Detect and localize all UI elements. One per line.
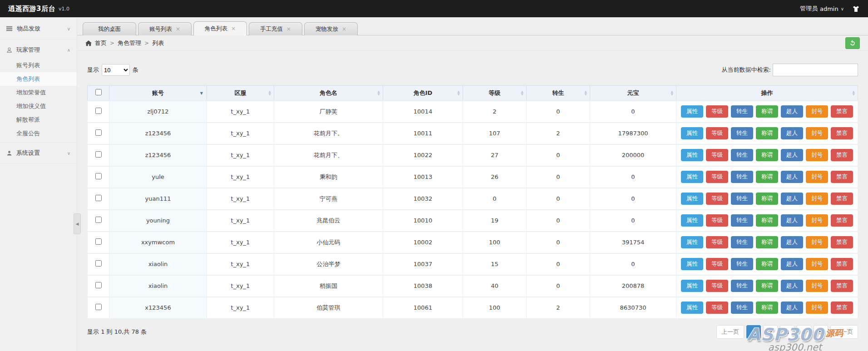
action-button-superman[interactable]: 超人 — [781, 149, 803, 161]
tab-账号列表[interactable]: 账号列表× — [138, 22, 192, 35]
row-checkbox[interactable] — [95, 217, 102, 223]
action-button-rebirth[interactable]: 转生 — [731, 214, 753, 227]
action-button-title[interactable]: 称谓 — [756, 236, 778, 248]
action-button-attr[interactable]: 属性 — [681, 171, 703, 183]
page-button-2[interactable]: 2 — [763, 325, 778, 339]
action-button-ban[interactable]: 封号 — [806, 149, 828, 161]
row-checkbox[interactable] — [95, 195, 102, 201]
action-button-mute[interactable]: 禁言 — [831, 105, 853, 118]
action-button-title[interactable]: 称谓 — [756, 302, 778, 314]
action-button-level[interactable]: 等级 — [706, 171, 728, 183]
sort-icon[interactable]: ▲▼ — [521, 90, 523, 96]
action-button-level[interactable]: 等级 — [706, 236, 728, 248]
action-button-mute[interactable]: 禁言 — [831, 214, 853, 227]
action-button-mute[interactable]: 禁言 — [831, 258, 853, 270]
action-button-attr[interactable]: 属性 — [681, 149, 703, 161]
sidebar-item-角色列表[interactable]: 角色列表 — [0, 72, 77, 86]
action-button-attr[interactable]: 属性 — [681, 127, 703, 139]
sort-icon[interactable]: ▲▼ — [458, 90, 460, 96]
action-button-attr[interactable]: 属性 — [681, 258, 703, 270]
action-button-superman[interactable]: 超人 — [781, 193, 803, 205]
refresh-button[interactable] — [845, 37, 860, 49]
col-header-role_id[interactable]: 角色ID▲▼ — [383, 86, 463, 101]
col-header-name[interactable]: 角色名▲▼ — [274, 86, 383, 101]
action-button-superman[interactable]: 超人 — [781, 171, 803, 183]
col-header-level[interactable]: 等级▲▼ — [463, 86, 527, 101]
row-checkbox[interactable] — [95, 282, 102, 288]
action-button-superman[interactable]: 超人 — [781, 302, 803, 314]
action-button-level[interactable]: 等级 — [706, 258, 728, 270]
row-checkbox[interactable] — [95, 260, 102, 267]
action-button-attr[interactable]: 属性 — [681, 105, 703, 118]
action-button-level[interactable]: 等级 — [706, 105, 728, 118]
close-icon[interactable]: × — [286, 26, 291, 32]
action-button-attr[interactable]: 属性 — [681, 214, 703, 227]
sidebar-item-全服公告[interactable]: 全服公告 — [0, 127, 77, 140]
action-button-mute[interactable]: 禁言 — [831, 302, 853, 314]
action-button-level[interactable]: 等级 — [706, 302, 728, 314]
action-button-ban[interactable]: 封号 — [806, 280, 828, 292]
action-button-superman[interactable]: 超人 — [781, 280, 803, 292]
page-button-4[interactable]: 4 — [797, 325, 811, 339]
col-header-account[interactable]: 账号▼ — [109, 86, 207, 101]
action-button-attr[interactable]: 属性 — [681, 236, 703, 248]
sidebar-item-解散帮派[interactable]: 解散帮派 — [0, 113, 77, 127]
breadcrumb-item-1[interactable]: 首页 — [95, 39, 107, 47]
action-button-title[interactable]: 称谓 — [756, 258, 778, 270]
col-header-yuanbao[interactable]: 元宝▲▼ — [590, 86, 676, 101]
close-icon[interactable]: × — [176, 26, 180, 32]
sidebar-section-2[interactable]: 玩家管理∧ — [0, 41, 77, 59]
sidebar-section-3[interactable]: 系统设置∨ — [0, 144, 77, 162]
action-button-ban[interactable]: 封号 — [806, 258, 828, 270]
sidebar-item-账号列表[interactable]: 账号列表 — [0, 59, 77, 72]
action-button-ban[interactable]: 封号 — [806, 236, 828, 248]
sidebar-collapse-handle[interactable]: ◀ — [74, 213, 81, 234]
sidebar-item-增加荣誉值[interactable]: 增加荣誉值 — [0, 86, 77, 99]
tab-角色列表[interactable]: 角色列表× — [193, 21, 247, 35]
sort-icon[interactable]: ▲▼ — [671, 90, 673, 96]
action-button-rebirth[interactable]: 转生 — [731, 149, 753, 161]
action-button-rebirth[interactable]: 转生 — [731, 171, 753, 183]
page-size-select[interactable]: 10 — [102, 64, 130, 76]
action-button-level[interactable]: 等级 — [706, 149, 728, 161]
tshirt-theme-icon[interactable] — [852, 5, 860, 13]
action-button-title[interactable]: 称谓 — [756, 127, 778, 139]
breadcrumb-item-2[interactable]: 角色管理 — [118, 39, 141, 47]
action-button-title[interactable]: 称谓 — [756, 214, 778, 227]
prev-page-button[interactable]: 上一页 — [716, 325, 744, 339]
sort-icon[interactable]: ▲▼ — [378, 90, 380, 96]
action-button-superman[interactable]: 超人 — [781, 258, 803, 270]
next-page-button[interactable]: 下一页 — [830, 325, 858, 339]
action-button-attr[interactable]: 属性 — [681, 280, 703, 292]
col-header-server[interactable]: 区服▲▼ — [207, 86, 274, 101]
row-checkbox[interactable] — [95, 238, 102, 245]
action-button-rebirth[interactable]: 转生 — [731, 193, 753, 205]
action-button-superman[interactable]: 超人 — [781, 236, 803, 248]
action-button-attr[interactable]: 属性 — [681, 193, 703, 205]
action-button-attr[interactable]: 属性 — [681, 302, 703, 314]
action-button-level[interactable]: 等级 — [706, 193, 728, 205]
action-button-mute[interactable]: 禁言 — [831, 171, 853, 183]
action-button-ban[interactable]: 封号 — [806, 193, 828, 205]
action-button-rebirth[interactable]: 转生 — [731, 258, 753, 270]
action-button-rebirth[interactable]: 转生 — [731, 302, 753, 314]
action-button-superman[interactable]: 超人 — [781, 105, 803, 118]
action-button-ban[interactable]: 封号 — [806, 302, 828, 314]
search-input[interactable] — [773, 64, 858, 76]
sort-icon[interactable]: ▲▼ — [853, 90, 855, 96]
action-button-title[interactable]: 称谓 — [756, 171, 778, 183]
close-icon[interactable]: × — [342, 26, 346, 32]
action-button-level[interactable]: 等级 — [706, 127, 728, 139]
row-checkbox[interactable] — [95, 173, 102, 179]
breadcrumb-item-3[interactable]: 列表 — [152, 39, 164, 47]
sort-desc-icon[interactable]: ▼ — [200, 91, 203, 95]
action-button-title[interactable]: 称谓 — [756, 149, 778, 161]
action-button-title[interactable]: 称谓 — [756, 193, 778, 205]
action-button-rebirth[interactable]: 转生 — [731, 127, 753, 139]
action-button-level[interactable]: 等级 — [706, 214, 728, 227]
action-button-title[interactable]: 称谓 — [756, 105, 778, 118]
action-button-rebirth[interactable]: 转生 — [731, 236, 753, 248]
action-button-mute[interactable]: 禁言 — [831, 127, 853, 139]
action-button-superman[interactable]: 超人 — [781, 214, 803, 227]
tab-宠物发放[interactable]: 宠物发放× — [304, 22, 358, 35]
